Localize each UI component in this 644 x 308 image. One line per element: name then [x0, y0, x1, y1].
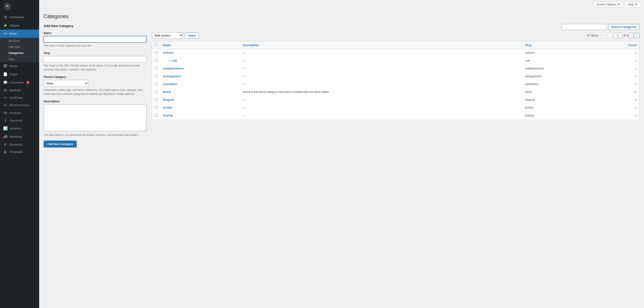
row-description-cell: —	[240, 65, 522, 73]
help-button[interactable]: Help ▼	[625, 2, 640, 7]
row-checkbox[interactable]	[155, 67, 158, 70]
count-column-header[interactable]: Count	[597, 41, 639, 49]
category-name-link[interactable]: — sub	[163, 59, 177, 62]
sidebar: ⚑ ⊞ Dashboard ⚡ Jetpack ✏ Posts All Post…	[0, 0, 39, 308]
category-count-link[interactable]: 1	[635, 106, 636, 109]
sidebar-item-analytics[interactable]: 📊 Analytics	[0, 124, 39, 133]
sidebar-subitem-categories[interactable]: Categories	[0, 50, 39, 56]
sidebar-item-cartflows[interactable]: ⟳ CartFlows	[0, 94, 39, 101]
category-count-link[interactable]: 1	[635, 114, 636, 117]
row-name-cell: asmodeus	[160, 80, 240, 88]
row-checkbox[interactable]	[155, 75, 158, 78]
category-name-link[interactable]: Blogroll	[163, 98, 174, 101]
row-slug-cell: buying	[522, 112, 597, 120]
sidebar-item-media[interactable]: 🖼 Media	[0, 62, 39, 70]
description-textarea[interactable]	[44, 104, 146, 131]
row-slug-cell: arrangement	[522, 73, 597, 80]
category-count-link[interactable]: 11	[634, 90, 636, 94]
slug-column-header[interactable]: Slug	[522, 41, 597, 49]
categories-table-panel: Search Categories Bulk actions Apply 67 …	[152, 24, 640, 120]
page-number-input[interactable]	[613, 33, 622, 38]
row-checkbox[interactable]	[155, 106, 158, 109]
row-checkbox[interactable]	[155, 82, 158, 85]
row-name-cell: buying	[160, 112, 240, 120]
sidebar-item-dashboard[interactable]: ⊞ Dashboard	[0, 13, 39, 21]
screen-options-button[interactable]: Screen Options ▼	[594, 2, 623, 7]
select-all-checkbox[interactable]	[155, 43, 158, 46]
sidebar-item-woocommerce[interactable]: W WooCommerce	[0, 101, 39, 109]
sidebar-item-templates[interactable]: ◧ Templates	[0, 148, 39, 156]
name-column-header[interactable]: Name	[160, 41, 240, 49]
category-count-link[interactable]: 0	[635, 98, 636, 101]
categories-table: Name Description Slug Count aciform —	[152, 41, 640, 120]
category-name-link[interactable]: broder	[163, 106, 172, 109]
add-category-button[interactable]: Add New Category	[44, 141, 77, 148]
search-categories-button[interactable]: Search Categories	[608, 24, 640, 30]
page-of-label: of 4	[623, 34, 628, 37]
sidebar-item-payments[interactable]: $ Payments	[0, 117, 39, 124]
first-page-button[interactable]: «	[602, 33, 607, 38]
table-row: Blogroll — blogroll 0	[152, 96, 640, 104]
apply-button[interactable]: Apply	[185, 33, 199, 39]
sidebar-subitem-all-posts[interactable]: All Posts	[0, 38, 39, 44]
sidebar-item-posts[interactable]: ✏ Posts	[0, 30, 39, 38]
description-column-header[interactable]: Description	[240, 41, 522, 49]
media-icon: 🖼	[3, 64, 8, 68]
category-count-link[interactable]: 1	[635, 51, 636, 54]
row-checkbox[interactable]	[155, 59, 158, 62]
sidebar-item-jetpack[interactable]: ⚡ Jetpack	[0, 21, 39, 30]
page-title: Categories	[44, 14, 640, 20]
page-content: Categories Add New Category Name The nam…	[39, 9, 644, 308]
row-checkbox[interactable]	[155, 98, 158, 101]
sidebar-item-marketing[interactable]: 📣 Marketing	[0, 133, 39, 141]
row-name-cell: Blogroll	[160, 96, 240, 104]
name-input[interactable]	[44, 36, 146, 43]
sidebar-item-products[interactable]: 🛍 Products	[0, 109, 39, 117]
row-checkbox[interactable]	[155, 114, 158, 117]
marketing-icon: 📣	[3, 135, 8, 139]
category-name-link[interactable]: aciform	[163, 51, 174, 54]
sidebar-item-comments[interactable]: 💬 Comments 3	[0, 78, 39, 87]
category-count-link[interactable]: 1	[635, 59, 636, 62]
category-name-link[interactable]: asmodeus	[163, 82, 177, 86]
row-description: —	[243, 106, 246, 109]
table-row: arrangement — arrangement 1	[152, 73, 640, 80]
row-description: —	[243, 67, 246, 70]
parent-select[interactable]: None	[44, 80, 88, 87]
bulk-actions-select[interactable]: Bulk actions	[152, 32, 183, 39]
category-name-link[interactable]: buying	[163, 114, 173, 117]
chevron-down-icon: ▼	[634, 3, 638, 6]
elementor-icon: E	[3, 143, 8, 146]
row-description-cell: —	[240, 112, 522, 120]
row-checkbox[interactable]	[155, 90, 158, 93]
sidebar-item-pages[interactable]: 📄 Pages	[0, 70, 39, 78]
row-description: —	[243, 75, 246, 78]
search-input[interactable]	[562, 24, 606, 30]
category-count-link[interactable]: 1	[635, 67, 636, 70]
jetpack-icon: ⚡	[3, 23, 8, 28]
category-name-link[interactable]: Block	[163, 90, 171, 94]
row-description: —	[243, 82, 246, 86]
next-page-button[interactable]: ›	[629, 33, 633, 38]
sidebar-subitem-add-new[interactable]: Add New	[0, 44, 39, 50]
row-description: Items in the block category have been cr…	[243, 90, 330, 94]
row-checkbox[interactable]	[155, 51, 158, 54]
parent-hint: Categories, unlike tags, can have a hier…	[44, 88, 146, 96]
category-count-link[interactable]: 1	[635, 75, 636, 78]
last-page-button[interactable]: »	[634, 33, 640, 38]
category-name-link[interactable]: antiquarianism	[163, 67, 184, 70]
row-count-cell: 1	[597, 49, 639, 57]
toolbar-left: Bulk actions Apply	[152, 32, 199, 39]
category-name-link[interactable]: arrangement	[163, 75, 181, 78]
sidebar-item-mailpoet[interactable]: M MailPoet	[0, 87, 39, 94]
row-description-cell: —	[240, 49, 522, 57]
prev-page-button[interactable]: ‹	[608, 33, 612, 38]
select-all-header[interactable]	[152, 41, 160, 49]
comments-badge: 3	[26, 81, 30, 84]
row-description-cell: —	[240, 57, 522, 65]
category-count-link[interactable]: 1	[635, 82, 636, 86]
sidebar-item-label: MailPoet	[10, 89, 21, 92]
sidebar-item-elementor[interactable]: E Elementor	[0, 141, 39, 148]
slug-input[interactable]	[44, 56, 146, 63]
sidebar-subitem-tags[interactable]: Tags	[0, 56, 39, 62]
